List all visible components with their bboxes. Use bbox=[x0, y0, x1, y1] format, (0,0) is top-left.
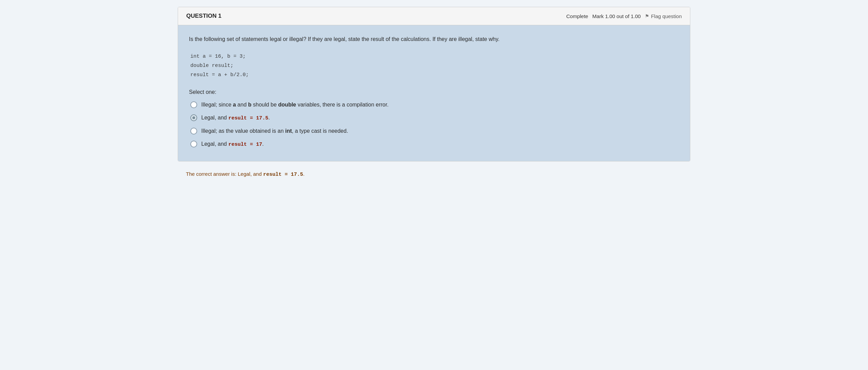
correct-answer-prefix: The correct answer is: Legal, and bbox=[186, 171, 263, 177]
flag-label: Flag question bbox=[651, 13, 682, 19]
question-meta: Complete Mark 1.00 out of 1.00 ⚑ Flag qu… bbox=[566, 13, 682, 19]
radio-btn-c[interactable] bbox=[190, 128, 197, 134]
option-c[interactable]: Illegal; as the value obtained is an int… bbox=[190, 127, 679, 135]
option-d[interactable]: Legal, and result = 17. bbox=[190, 140, 679, 149]
option-a-text: Illegal; since a and b should be double … bbox=[201, 101, 679, 109]
code-line-1: int a = 16, b = 3; bbox=[190, 52, 679, 61]
option-d-text: Legal, and result = 17. bbox=[201, 140, 679, 149]
radio-btn-b[interactable] bbox=[190, 114, 197, 121]
option-b[interactable]: Legal, and result = 17.5. bbox=[190, 114, 679, 123]
correct-answer-code: result = 17.5 bbox=[263, 172, 303, 177]
code-line-2: double result; bbox=[190, 61, 679, 70]
select-one-label: Select one: bbox=[189, 89, 679, 95]
correct-answer: The correct answer is: Legal, and result… bbox=[178, 168, 690, 180]
radio-btn-a[interactable] bbox=[190, 101, 197, 108]
flag-icon: ⚑ bbox=[645, 13, 649, 19]
question-body: Is the following set of statements legal… bbox=[178, 25, 690, 161]
question-header: QUESTION 1 Complete Mark 1.00 out of 1.0… bbox=[178, 7, 690, 25]
correct-answer-suffix: . bbox=[303, 171, 304, 177]
option-a[interactable]: Illegal; since a and b should be double … bbox=[190, 101, 679, 109]
options-list: Illegal; since a and b should be double … bbox=[189, 101, 679, 149]
option-c-text: Illegal; as the value obtained is an int… bbox=[201, 127, 679, 135]
code-block: int a = 16, b = 3; double result; result… bbox=[189, 52, 679, 80]
flag-question-button[interactable]: ⚑ Flag question bbox=[645, 13, 682, 19]
status-badge: Complete bbox=[566, 13, 588, 19]
question-text: Is the following set of statements legal… bbox=[189, 35, 679, 44]
question-title: QUESTION 1 bbox=[186, 13, 221, 19]
radio-btn-d[interactable] bbox=[190, 141, 197, 147]
option-b-text: Legal, and result = 17.5. bbox=[201, 114, 679, 123]
code-line-3: result = a + b/2.0; bbox=[190, 70, 679, 80]
question-card: QUESTION 1 Complete Mark 1.00 out of 1.0… bbox=[178, 7, 690, 161]
mark-info: Mark 1.00 out of 1.00 bbox=[592, 13, 641, 19]
